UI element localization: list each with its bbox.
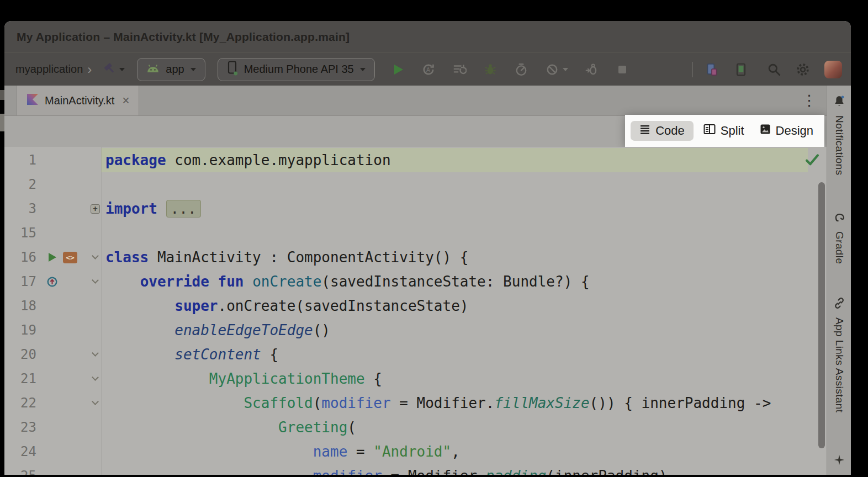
design-view-icon: [760, 124, 771, 138]
line-number: 23: [4, 420, 36, 435]
stripe-label: App Links Assistant: [833, 317, 845, 412]
fold-column: [89, 280, 101, 283]
toolbar-separator: [692, 62, 693, 77]
line-number: 25: [4, 468, 36, 475]
left-stripe-notch: [0, 114, 4, 131]
mode-label: Split: [721, 124, 744, 138]
code-text[interactable]: [101, 172, 808, 197]
attach-debugger-button[interactable]: [585, 62, 599, 77]
code-text[interactable]: [101, 221, 808, 245]
android-head-icon: [146, 63, 160, 76]
code-line: 3+import ...: [4, 197, 827, 221]
scrollbar-thumb[interactable]: [818, 182, 825, 448]
fold-column: [89, 256, 101, 258]
code-text[interactable]: super.onCreate(savedInstanceState): [101, 294, 808, 318]
gemini-sparkle-icon[interactable]: [833, 454, 845, 468]
gutter-divider: [102, 147, 102, 475]
left-stripe-notch: [0, 90, 4, 100]
code-line: 25 modifier = Modifier.padding(innerPadd…: [4, 464, 827, 475]
hammer-icon: [102, 61, 116, 77]
line-number: 22: [4, 395, 36, 411]
close-icon[interactable]: ×: [122, 94, 129, 107]
stripe-label: Notifications: [833, 115, 845, 176]
chevron-down-icon: [360, 68, 366, 71]
run-button[interactable]: [391, 63, 405, 76]
settings-gear-button[interactable]: [796, 62, 810, 77]
code-text[interactable]: Scaffold(modifier = Modifier.fillMaxSize…: [101, 391, 808, 415]
run-gutter-icon[interactable]: [46, 252, 57, 263]
device-manager-button[interactable]: [704, 62, 719, 77]
fold-collapse-icon[interactable]: [92, 398, 99, 405]
stripe-label: Gradle: [833, 231, 845, 264]
code-text[interactable]: MyApplicationTheme {: [101, 367, 808, 391]
device-selector[interactable]: Medium Phone API 35: [218, 58, 375, 81]
chevron-down-icon: [190, 68, 196, 71]
code-text[interactable]: modifier = Modifier.padding(innerPadding…: [101, 464, 808, 475]
stripe-gradle[interactable]: Gradle: [827, 210, 851, 264]
mode-split-button[interactable]: Split: [698, 121, 750, 141]
stripe-app-links-assistant[interactable]: App Links Assistant: [827, 296, 851, 412]
fold-collapse-icon[interactable]: [92, 277, 99, 284]
code-editor[interactable]: 1package com.example.myapplication23+imp…: [4, 147, 827, 475]
svg-text:A: A: [426, 66, 430, 72]
project-selector[interactable]: myapplication: [15, 63, 83, 76]
fold-expand-icon[interactable]: +: [91, 204, 100, 214]
kotlin-file-icon: [26, 93, 39, 108]
profile-button[interactable]: [514, 62, 528, 77]
fold-collapse-icon[interactable]: [92, 374, 99, 381]
stop-button[interactable]: [616, 63, 629, 76]
search-button[interactable]: [767, 62, 781, 77]
split-view-icon: [703, 124, 716, 138]
more-options-icon[interactable]: ⋮: [802, 93, 817, 108]
code-text[interactable]: setContent {: [101, 342, 808, 367]
gutter-icons: [36, 276, 89, 288]
override-gutter-icon[interactable]: [46, 276, 58, 288]
build-hammer-button[interactable]: [102, 61, 125, 77]
code-text[interactable]: enableEdgeToEdge(): [101, 318, 808, 342]
code-text[interactable]: name = "Android",: [101, 439, 808, 464]
window-titlebar: My Application – MainActivity.kt [My_App…: [4, 21, 851, 52]
right-tool-stripe: Notifications Gradle App Links Assistant: [827, 86, 851, 475]
line-number: 16: [4, 250, 36, 265]
code-text[interactable]: Greeting(: [101, 415, 808, 439]
device-label: Medium Phone API 35: [244, 63, 354, 76]
fold-column: [89, 378, 101, 380]
fold-column: [89, 353, 101, 356]
run-config-selector[interactable]: app: [137, 58, 205, 81]
coverage-dropdown-button[interactable]: [545, 62, 568, 77]
code-text[interactable]: import ...: [101, 197, 808, 221]
code-view-icon: [639, 124, 650, 138]
folded-region[interactable]: ...: [166, 200, 201, 218]
code-line: 22 Scaffold(modifier = Modifier.fillMaxS…: [4, 391, 827, 415]
fold-collapse-icon[interactable]: [92, 252, 99, 259]
code-line: 20 setContent {: [4, 342, 827, 367]
running-devices-button[interactable]: [734, 62, 748, 77]
code-text[interactable]: class MainActivity : ComponentActivity()…: [101, 245, 808, 269]
apply-code-changes-button[interactable]: [452, 62, 467, 77]
line-number: 17: [4, 274, 36, 289]
code-text[interactable]: override fun onCreate(savedInstanceState…: [101, 269, 808, 294]
fold-column: +: [89, 204, 101, 214]
stripe-notifications[interactable]: Notifications: [827, 94, 851, 176]
tab-mainactivity[interactable]: MainActivity.kt ×: [17, 86, 139, 115]
mode-design-button[interactable]: Design: [754, 121, 819, 141]
line-number: 2: [4, 177, 36, 192]
bell-icon: [833, 94, 846, 110]
fold-collapse-icon[interactable]: [92, 349, 99, 357]
mode-code-button[interactable]: Code: [631, 121, 694, 141]
link-icon: [833, 296, 846, 312]
line-number: 21: [4, 371, 36, 386]
line-number: 24: [4, 444, 36, 459]
code-line: 2: [4, 172, 827, 197]
debug-button[interactable]: [483, 62, 497, 77]
code-line: 21 MyApplicationTheme {: [4, 367, 827, 391]
code-text[interactable]: package com.example.myapplication: [101, 148, 808, 172]
line-number: 1: [4, 152, 36, 168]
apply-changes-button[interactable]: A: [421, 62, 436, 77]
window-title: My Application – MainActivity.kt [My_App…: [17, 30, 350, 44]
inspections-ok-icon[interactable]: [805, 152, 820, 169]
avatar[interactable]: [824, 61, 842, 78]
mode-label: Code: [655, 124, 685, 138]
content-area: MainActivity.kt × ⋮ Code Split: [4, 86, 851, 475]
class-gutter-icon[interactable]: <>: [63, 252, 77, 263]
